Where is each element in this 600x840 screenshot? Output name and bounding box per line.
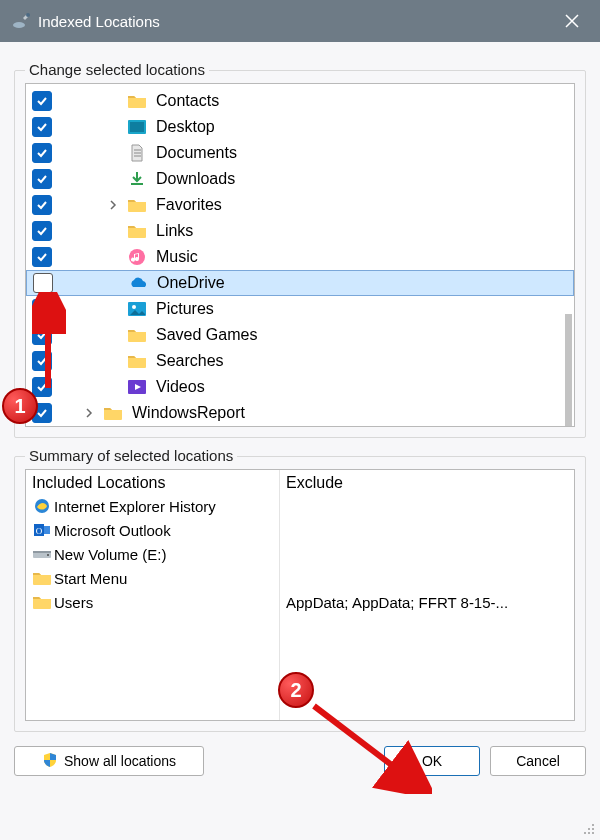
tree-row-searches[interactable]: Searches (26, 348, 574, 374)
folder-icon (126, 91, 148, 111)
tree-row-downloads[interactable]: Downloads (26, 166, 574, 192)
tree-item-label: Videos (156, 378, 205, 396)
tree-item-label: Downloads (156, 170, 235, 188)
checkbox[interactable] (32, 247, 52, 267)
checkbox[interactable] (32, 143, 52, 163)
button-row: Show all locations OK Cancel (14, 746, 586, 776)
checkbox[interactable] (32, 221, 52, 241)
checkbox[interactable] (32, 117, 52, 137)
checkbox[interactable] (33, 273, 53, 293)
app-icon (12, 12, 32, 30)
document-icon (126, 143, 148, 163)
chevron-right-icon[interactable] (106, 200, 120, 210)
folder-icon (32, 569, 52, 587)
annotation-badge-1: 1 (2, 388, 38, 424)
change-locations-group: Change selected locations ContactsDeskto… (14, 70, 586, 438)
tree-row-pictures[interactable]: Pictures (26, 296, 574, 322)
tree-row-links[interactable]: Links (26, 218, 574, 244)
tree-item-label: Contacts (156, 92, 219, 110)
folder-icon (126, 325, 148, 345)
resize-grip[interactable] (580, 820, 596, 836)
show-all-label: Show all locations (64, 753, 176, 769)
download-icon (126, 169, 148, 189)
tree-row-desktop[interactable]: Desktop (26, 114, 574, 140)
tree-row-saved-games[interactable]: Saved Games (26, 322, 574, 348)
included-header: Included Locations (32, 474, 273, 492)
tree-row-windowsreport[interactable]: WindowsReport (26, 400, 574, 426)
included-label: Internet Explorer History (54, 498, 216, 515)
svg-point-15 (592, 824, 594, 826)
tree-item-label: Pictures (156, 300, 214, 318)
tree-item-label: WindowsReport (132, 404, 245, 422)
folder-icon (126, 195, 148, 215)
checkbox[interactable] (32, 91, 52, 111)
included-row[interactable]: OMicrosoft Outlook (32, 518, 273, 542)
checkbox[interactable] (32, 195, 52, 215)
svg-rect-3 (130, 122, 144, 132)
tree-item-label: Favorites (156, 196, 222, 214)
folder-icon (32, 593, 52, 611)
tree-item-label: Music (156, 248, 198, 266)
svg-point-14 (47, 554, 49, 556)
svg-point-20 (592, 832, 594, 834)
included-row[interactable]: Users (32, 590, 273, 614)
tree-scrollbar[interactable] (565, 314, 572, 426)
close-icon (565, 14, 579, 28)
tree-row-contacts[interactable]: Contacts (26, 88, 574, 114)
change-locations-legend: Change selected locations (25, 61, 209, 78)
videos-icon (126, 377, 148, 397)
locations-tree[interactable]: ContactsDesktopDocumentsDownloadsFavorit… (25, 83, 575, 427)
svg-point-18 (584, 832, 586, 834)
included-row[interactable]: Start Menu (32, 566, 273, 590)
shield-icon (42, 752, 58, 771)
svg-point-19 (588, 832, 590, 834)
cancel-button[interactable]: Cancel (490, 746, 586, 776)
checkbox[interactable] (32, 169, 52, 189)
tree-item-label: OneDrive (157, 274, 225, 292)
tree-item-label: Documents (156, 144, 237, 162)
included-row[interactable]: New Volume (E:) (32, 542, 273, 566)
included-label: Start Menu (54, 570, 127, 587)
pictures-icon (126, 299, 148, 319)
onedrive-icon (127, 273, 149, 293)
svg-rect-11 (44, 526, 50, 534)
folder-icon (126, 221, 148, 241)
annotation-arrow-2 (302, 694, 432, 794)
exclude-row (286, 494, 568, 518)
included-column: Included Locations Internet Explorer His… (26, 470, 280, 720)
exclude-text: AppData; AppData; FFRT 8-15-... (286, 594, 508, 611)
tree-row-music[interactable]: Music (26, 244, 574, 270)
annotation-arrow-1 (32, 292, 66, 392)
tree-item-label: Searches (156, 352, 224, 370)
window-title: Indexed Locations (38, 13, 160, 30)
desktop-icon (126, 117, 148, 137)
folder-icon (126, 351, 148, 371)
tree-row-videos[interactable]: Videos (26, 374, 574, 400)
tree-row-documents[interactable]: Documents (26, 140, 574, 166)
show-all-locations-button[interactable]: Show all locations (14, 746, 204, 776)
exclude-row (286, 518, 568, 542)
drive-icon (32, 545, 52, 563)
exclude-row (286, 566, 568, 590)
annotation-badge-2: 2 (278, 672, 314, 708)
included-row[interactable]: Internet Explorer History (32, 494, 273, 518)
svg-point-16 (588, 828, 590, 830)
exclude-column: Exclude AppData; AppData; FFRT 8-15-... (280, 470, 574, 720)
svg-point-1 (26, 13, 30, 17)
outlook-icon: O (32, 521, 52, 539)
svg-point-0 (13, 22, 25, 28)
title-bar: Indexed Locations (0, 0, 600, 42)
cancel-label: Cancel (516, 753, 560, 769)
tree-row-onedrive[interactable]: OneDrive (26, 270, 574, 296)
svg-rect-13 (33, 551, 51, 553)
svg-text:O: O (36, 526, 43, 536)
summary-legend: Summary of selected locations (25, 447, 237, 464)
tree-row-favorites[interactable]: Favorites (26, 192, 574, 218)
included-label: New Volume (E:) (54, 546, 167, 563)
exclude-header: Exclude (286, 474, 568, 492)
music-icon (126, 247, 148, 267)
chevron-right-icon[interactable] (82, 408, 96, 418)
close-button[interactable] (544, 0, 600, 42)
included-label: Users (54, 594, 93, 611)
svg-point-6 (132, 305, 136, 309)
